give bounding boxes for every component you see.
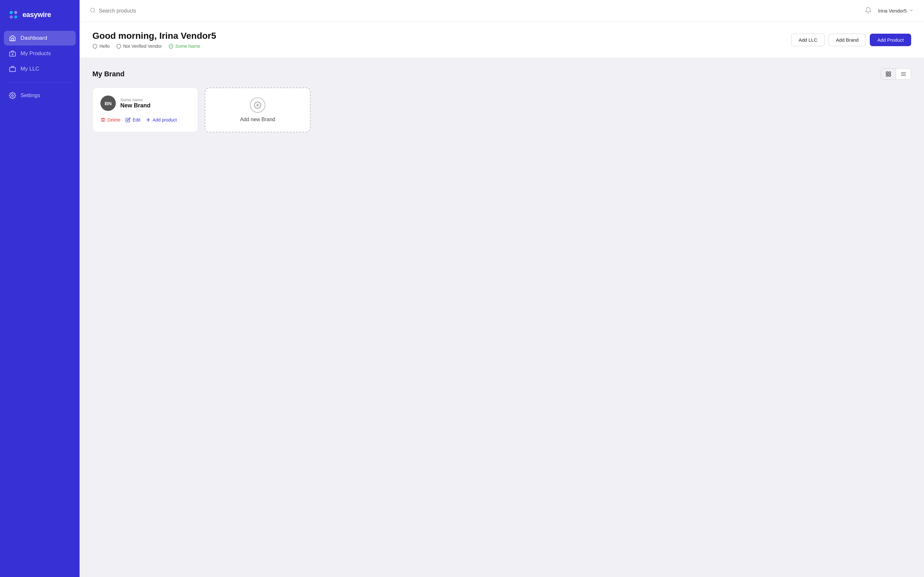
sidebar-item-label: Settings (21, 92, 40, 99)
brand-initials: BN (105, 101, 111, 106)
shield-icon (92, 44, 97, 49)
badges: Hello Not Verified Vendor (92, 44, 216, 49)
logo-icon (8, 9, 19, 21)
svg-rect-7 (10, 67, 15, 71)
brand-owner: Some name (120, 97, 150, 102)
plus-icon (145, 117, 151, 122)
plus-circle-icon (254, 101, 262, 109)
hello-badge: Hello (92, 44, 110, 49)
search-input[interactable] (99, 8, 282, 14)
header: Irina Vendor5 (79, 0, 924, 22)
sidebar-item-label: My LLC (21, 66, 39, 72)
grid-view-toggle[interactable] (881, 69, 896, 79)
delete-label: Delete (107, 117, 120, 122)
box-icon (9, 50, 16, 57)
sidebar-item-my-llc[interactable]: My LLC (4, 61, 76, 76)
badge-icon (116, 44, 121, 49)
user-name: Irina Vendor5 (878, 8, 907, 13)
view-toggles (881, 68, 911, 80)
svg-line-10 (94, 11, 95, 12)
add-new-brand-label: Add new Brand (240, 117, 275, 122)
sidebar-divider (8, 82, 72, 82)
home-icon (9, 35, 16, 42)
svg-rect-12 (889, 72, 891, 73)
search-icon (90, 7, 95, 15)
not-verified-badge: Not Verified Vendor (116, 44, 162, 49)
sidebar-item-settings[interactable]: Settings (4, 88, 76, 103)
brand-card-header: BN Some name New Brand (100, 95, 190, 111)
brand-section-header: My Brand (92, 68, 911, 80)
search-wrapper (90, 7, 282, 15)
edit-label: Edit (132, 117, 140, 122)
add-product-label: Add product (153, 117, 177, 122)
user-info[interactable]: Irina Vendor5 (878, 8, 914, 14)
bell-icon[interactable] (865, 7, 872, 15)
brand-info: Some name New Brand (120, 97, 150, 109)
logo: easywire (0, 0, 79, 31)
sidebar-item-my-products[interactable]: My Products (4, 46, 76, 61)
sidebar-item-dashboard[interactable]: Dashboard (4, 31, 76, 45)
sidebar-item-label: Dashboard (21, 35, 47, 41)
main-content: Irina Vendor5 Good morning, Irina Vendor… (79, 0, 924, 577)
brand-card: BN Some name New Brand (92, 87, 198, 132)
edit-icon (126, 117, 131, 122)
not-verified-badge-label: Not Verified Vendor (123, 44, 162, 49)
delete-brand-button[interactable]: Delete (100, 117, 120, 122)
settings-icon (9, 92, 16, 99)
add-llc-button[interactable]: Add LLC (791, 34, 825, 46)
brand-section: My Brand (79, 58, 924, 143)
chevron-down-icon (909, 8, 914, 14)
check-circle-icon (168, 44, 174, 49)
some-name-badge-label: Some Name (176, 44, 200, 49)
edit-brand-button[interactable]: Edit (126, 117, 140, 122)
trash-icon (100, 117, 105, 122)
hello-badge-label: Hello (99, 44, 110, 49)
brand-avatar: BN (100, 95, 116, 111)
list-view-toggle[interactable] (896, 69, 911, 79)
welcome-left: Good morning, Irina Vendor5 Hello (92, 31, 216, 49)
svg-rect-14 (889, 75, 891, 76)
svg-rect-13 (886, 75, 888, 76)
header-right: Irina Vendor5 (865, 7, 914, 15)
brand-cards: BN Some name New Brand (92, 87, 911, 132)
svg-point-3 (14, 15, 17, 19)
brand-title: My Brand (92, 70, 124, 78)
brand-name: New Brand (120, 102, 150, 109)
welcome-actions: Add LLC Add Brand Add Product (791, 34, 911, 46)
logo-text: easywire (23, 11, 51, 19)
svg-point-2 (10, 15, 13, 19)
list-icon (901, 71, 906, 77)
svg-point-0 (10, 11, 13, 14)
sidebar-nav: Dashboard My Products My LLC (0, 31, 79, 103)
add-new-brand-circle (250, 97, 265, 113)
add-product-button[interactable]: Add Product (870, 34, 911, 46)
add-product-to-brand-button[interactable]: Add product (145, 117, 177, 122)
svg-rect-11 (886, 72, 888, 73)
welcome-bar: Good morning, Irina Vendor5 Hello (79, 22, 924, 58)
add-new-brand-card[interactable]: Add new Brand (205, 87, 310, 132)
greeting-heading: Good morning, Irina Vendor5 (92, 31, 216, 41)
some-name-badge: Some Name (168, 44, 200, 49)
svg-point-8 (11, 95, 13, 97)
grid-icon (885, 71, 891, 77)
sidebar-item-label: My Products (21, 50, 51, 57)
sidebar: easywire Dashboard My Products My (0, 0, 79, 577)
content-area: Good morning, Irina Vendor5 Hello (79, 22, 924, 577)
brand-actions: Delete Edit (100, 117, 190, 122)
briefcase-icon (9, 65, 16, 73)
add-brand-button[interactable]: Add Brand (829, 34, 866, 46)
svg-point-1 (14, 11, 17, 14)
